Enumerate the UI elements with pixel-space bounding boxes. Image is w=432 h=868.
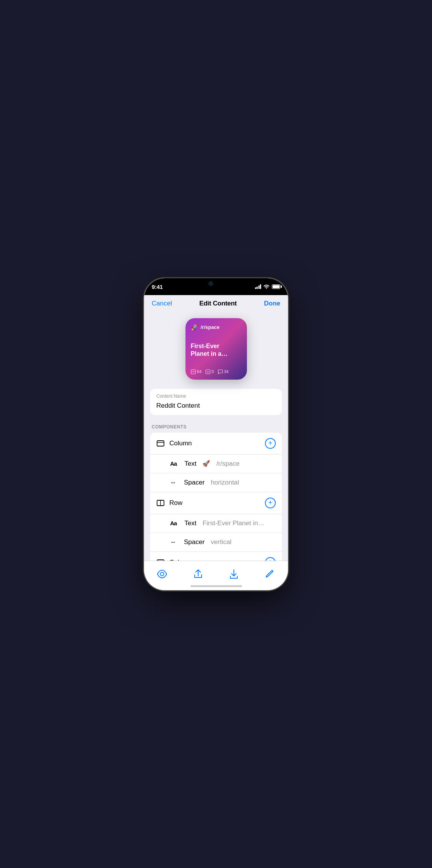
component-column-1-label: Column	[169, 440, 192, 447]
comment-stat: 34	[218, 369, 228, 374]
content-name-field[interactable]: Content Name Reddit Content	[150, 389, 282, 415]
share-icon	[193, 569, 204, 579]
downvote-stat: 0	[205, 369, 214, 374]
row-icon	[156, 500, 165, 506]
component-text-1[interactable]: Aa Text 🚀 /r/space	[150, 455, 282, 473]
battery-icon	[272, 284, 280, 289]
pencil-icon	[265, 569, 275, 579]
nav-bar: Cancel Edit Content Done	[144, 295, 288, 310]
component-spacer-vertical-label: Spacer	[184, 538, 205, 546]
svg-rect-6	[157, 560, 164, 561]
download-button[interactable]	[225, 566, 242, 583]
eye-icon	[157, 569, 167, 579]
column-icon	[156, 440, 165, 446]
cancel-button[interactable]: Cancel	[152, 300, 172, 307]
component-text-2-label: Text	[184, 519, 196, 527]
spacer-vertical-icon: ↔	[170, 539, 176, 546]
content-name-label: Content Name	[150, 389, 282, 400]
home-indicator	[190, 585, 242, 587]
component-row-label: Row	[169, 499, 182, 507]
download-icon	[228, 569, 239, 579]
notch-area: 9:41	[144, 278, 288, 295]
component-row[interactable]: Row +	[150, 492, 282, 514]
screen: 9:41	[144, 278, 288, 590]
card-header: 🚀 /r/space	[191, 324, 242, 331]
component-text-2[interactable]: Aa Text First-Ever Planet in…	[150, 514, 282, 533]
signal-bars-icon	[255, 284, 262, 289]
add-column-2-button[interactable]: +	[265, 557, 276, 561]
page-title: Edit Content	[199, 300, 237, 307]
phone-shell: 9:41	[144, 278, 288, 590]
card-title: First-Ever Planet in a…	[191, 331, 242, 369]
spacer-horizontal-sub: horizontal	[211, 479, 239, 486]
components-list: Column + Aa Text 🚀 /r/space ↔	[150, 433, 282, 561]
component-column-1[interactable]: Column +	[150, 433, 282, 455]
text-icon-1: Aa	[170, 460, 177, 467]
column-2-icon	[156, 559, 165, 561]
spacer-horizontal-icon: ↔	[170, 479, 176, 486]
component-text-1-label: Text	[184, 460, 196, 468]
component-spacer-horizontal[interactable]: ↔ Spacer horizontal	[150, 473, 282, 492]
status-icons	[255, 284, 281, 290]
text-emoji-1: 🚀	[202, 460, 210, 467]
upvote-stat: 64	[191, 369, 202, 374]
preview-container: 🚀 /r/space First-Ever Planet in a… 64	[144, 310, 288, 389]
component-spacer-horizontal-label: Spacer	[184, 479, 205, 486]
preview-button[interactable]	[154, 566, 170, 583]
reddit-card: 🚀 /r/space First-Ever Planet in a… 64	[185, 318, 247, 380]
add-row-button[interactable]: +	[265, 498, 276, 508]
svg-rect-2	[157, 441, 164, 446]
share-button[interactable]	[190, 566, 207, 583]
card-stats: 64 0 34	[191, 369, 242, 374]
wifi-icon	[263, 284, 270, 290]
components-header: COMPONENTS	[144, 418, 288, 433]
text-icon-2: Aa	[170, 520, 177, 526]
status-bar: 9:41	[144, 284, 288, 290]
content-name-value: Reddit Content	[150, 400, 282, 415]
add-column-1-button[interactable]: +	[265, 438, 276, 449]
card-emoji: 🚀	[191, 324, 199, 331]
status-time: 9:41	[152, 284, 163, 290]
content-area[interactable]: Cancel Edit Content Done 🚀 /r/space Firs…	[144, 295, 288, 561]
component-spacer-vertical[interactable]: ↔ Spacer vertical	[150, 533, 282, 552]
edit-button[interactable]	[262, 566, 278, 583]
card-subreddit: /r/space	[201, 324, 220, 330]
component-column-2-label: Column	[169, 559, 192, 561]
spacer-vertical-sub: vertical	[211, 538, 232, 546]
text-sub-2: First-Ever Planet in…	[202, 519, 265, 527]
done-button[interactable]: Done	[264, 300, 280, 307]
svg-point-8	[160, 572, 164, 576]
component-column-2[interactable]: Column +	[150, 552, 282, 561]
text-sub-1: /r/space	[216, 460, 239, 468]
